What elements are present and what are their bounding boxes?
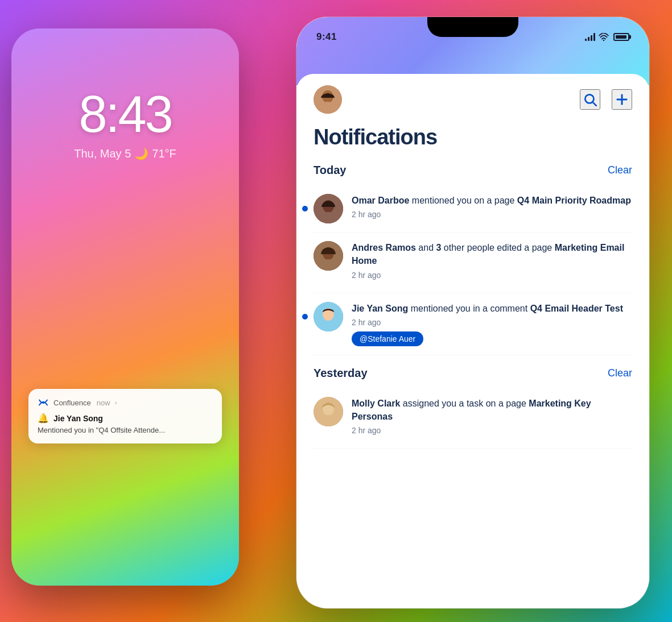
unread-indicator <box>302 206 308 212</box>
notification-item-andres: Andres Ramos and 3 other people edited a… <box>314 233 632 293</box>
lock-time: 8:43 <box>79 85 171 144</box>
andres-notification-body: Andres Ramos and 3 other people edited a… <box>352 241 632 284</box>
notification-item-jie: Jie Yan Song mentioned you in a comment … <box>314 293 632 355</box>
status-time: 9:41 <box>316 31 337 43</box>
notification-item-omar: Omar Darboe mentioned you on a page Q4 M… <box>314 185 632 233</box>
molly-notification-text: Molly Clark assigned you a task on a pag… <box>352 397 632 423</box>
header-actions <box>580 89 632 110</box>
omar-notification-timestamp: 2 hr ago <box>352 210 632 219</box>
phone-notch <box>427 17 518 37</box>
molly-notification-body: Molly Clark assigned you a task on a pag… <box>352 397 632 439</box>
jie-notification-body: Jie Yan Song mentioned you in a comment … <box>352 302 632 346</box>
mention-tag[interactable]: @Stefanie Auer <box>352 331 423 346</box>
lock-notif-chevron-icon: › <box>115 399 117 406</box>
jie-avatar-wrap <box>314 302 343 331</box>
background-phone: 8:43 Thu, May 5 🌙 71°F Confluence now › … <box>11 28 239 586</box>
lock-screen-notification: Confluence now › 🔔 Jie Yan Song Mentione… <box>28 389 222 443</box>
app-scroll-container[interactable]: Notifications Today Clear <box>296 74 649 608</box>
today-section-header: Today Clear <box>314 164 632 177</box>
lock-notif-user-row: 🔔 Jie Yan Song <box>38 413 213 424</box>
omar-notification-body: Omar Darboe mentioned you on a page Q4 M… <box>352 194 632 223</box>
lock-notif-emoji: 🔔 <box>38 413 49 424</box>
yesterday-clear-button[interactable]: Clear <box>608 367 632 379</box>
omar-avatar-wrap <box>314 194 343 223</box>
svg-line-5 <box>593 102 596 106</box>
jie-avatar <box>314 302 343 331</box>
lock-notif-message: Mentioned you in "Q4 Offsite Attende... <box>38 426 213 436</box>
lock-notif-header: Confluence now › <box>38 397 213 408</box>
yesterday-section-header: Yesterday Clear <box>314 367 632 380</box>
notification-item-molly: Molly Clark assigned you a task on a pag… <box>314 388 632 449</box>
add-button[interactable] <box>612 89 632 110</box>
lock-notif-app-name: Confluence <box>53 399 91 407</box>
andres-notification-timestamp: 2 hr ago <box>352 271 632 280</box>
lock-notif-time: now <box>97 399 110 407</box>
app-header <box>314 74 632 119</box>
molly-notification-timestamp: 2 hr ago <box>352 426 632 435</box>
page-title: Notifications <box>314 125 632 150</box>
today-section-title: Today <box>314 164 346 177</box>
omar-avatar <box>314 194 343 223</box>
signal-bars-icon <box>585 33 595 41</box>
battery-icon <box>613 33 629 41</box>
yesterday-section-title: Yesterday <box>314 367 368 380</box>
unread-indicator-jie <box>302 314 308 320</box>
today-clear-button[interactable]: Clear <box>608 164 632 176</box>
svg-point-0 <box>603 40 605 41</box>
lock-notif-user-name: Jie Yan Song <box>53 414 103 423</box>
wifi-icon <box>599 33 609 41</box>
search-icon <box>583 92 597 107</box>
molly-avatar <box>314 397 343 426</box>
andres-avatar-wrap <box>314 241 343 271</box>
lock-date: Thu, May 5 🌙 71°F <box>74 147 176 160</box>
user-avatar[interactable] <box>314 85 342 114</box>
status-icons <box>585 33 629 41</box>
omar-notification-text: Omar Darboe mentioned you on a page Q4 M… <box>352 194 632 207</box>
molly-avatar-wrap <box>314 397 343 426</box>
andres-notification-text: Andres Ramos and 3 other people edited a… <box>352 241 632 267</box>
jie-notification-text: Jie Yan Song mentioned you in a comment … <box>352 302 632 315</box>
jie-notification-timestamp: 2 hr ago <box>352 318 632 327</box>
app-content-area[interactable]: Notifications Today Clear <box>296 74 649 608</box>
plus-icon <box>614 92 630 107</box>
confluence-logo-icon <box>38 397 49 408</box>
andres-avatar <box>314 241 343 271</box>
main-phone: 9:41 <box>296 17 649 608</box>
search-button[interactable] <box>580 89 600 110</box>
